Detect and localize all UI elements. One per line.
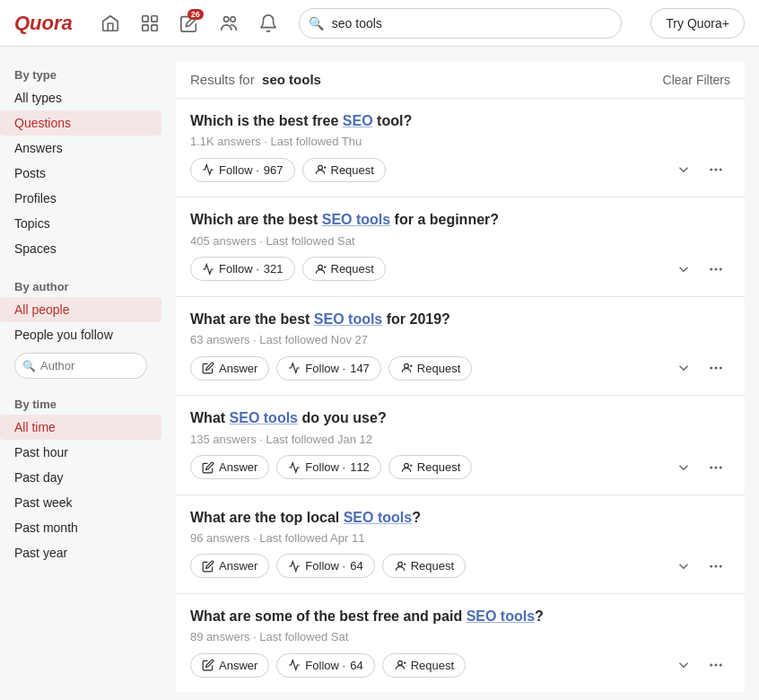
question-title[interactable]: What SEO tools do you use?: [190, 408, 730, 428]
more-button[interactable]: [702, 552, 730, 581]
question-actions: Follow · 321 Request: [190, 255, 730, 284]
answer-button[interactable]: Answer: [190, 653, 269, 678]
follow-button[interactable]: Follow · 112: [276, 455, 381, 479]
question-actions: Answer Follow · 64 Request: [190, 552, 730, 581]
more-button[interactable]: [702, 255, 730, 284]
request-button[interactable]: Request: [388, 356, 472, 381]
question-title[interactable]: What are the top local SEO tools?: [190, 508, 730, 528]
sidebar-item-posts[interactable]: Posts: [0, 161, 161, 186]
request-icon: [314, 163, 327, 176]
nav-icons: 26: [94, 7, 284, 39]
follow-icon: [288, 362, 301, 374]
home-button[interactable]: [94, 7, 126, 39]
question-card: What SEO tools do you use? 135 answers ·…: [176, 396, 745, 494]
answer-button[interactable]: Answer: [190, 554, 269, 578]
follow-icon: [202, 163, 214, 176]
groups-button[interactable]: [213, 7, 245, 39]
more-button[interactable]: [702, 155, 730, 184]
more-button[interactable]: [702, 354, 730, 382]
downvote-button[interactable]: [669, 354, 698, 382]
edit-badge: 26: [188, 9, 204, 20]
answer-button[interactable]: Answer: [190, 356, 269, 381]
sidebar-item-past-week[interactable]: Past week: [0, 490, 161, 515]
sidebar-item-all-types[interactable]: All types: [0, 85, 161, 110]
follow-button[interactable]: Follow · 321: [190, 257, 295, 281]
more-icon: [708, 360, 724, 376]
request-button[interactable]: Request: [302, 257, 386, 281]
try-quora-button[interactable]: Try Quora+: [650, 8, 745, 39]
downvote-button[interactable]: [669, 552, 698, 581]
more-icon: [708, 162, 724, 178]
sidebar-item-people-you-follow[interactable]: People you follow: [0, 322, 161, 347]
svg-point-34: [715, 564, 718, 567]
more-button[interactable]: [702, 651, 730, 679]
svg-point-17: [720, 267, 722, 270]
clear-filters-button[interactable]: Clear Filters: [663, 73, 730, 87]
request-button[interactable]: Request: [382, 653, 466, 678]
svg-point-40: [715, 664, 718, 667]
more-icon: [708, 261, 724, 277]
notifications-button[interactable]: [252, 7, 284, 39]
svg-point-41: [720, 664, 722, 667]
question-title[interactable]: Which is the best free SEO tool?: [190, 111, 730, 131]
question-title[interactable]: What are the best SEO tools for 2019?: [190, 310, 730, 329]
svg-rect-2: [143, 24, 148, 30]
answer-icon: [202, 659, 214, 671]
sidebar: By type All types Questions Answers Post…: [0, 61, 161, 700]
by-type-section: By type: [0, 61, 161, 85]
search-bar: 🔍: [299, 8, 622, 39]
downvote-button[interactable]: [669, 453, 698, 482]
edit-button[interactable]: 26: [173, 7, 205, 39]
question-title[interactable]: Which are the best SEO tools for a begin…: [190, 210, 730, 230]
request-button[interactable]: Request: [382, 554, 466, 578]
downvote-button[interactable]: [669, 255, 698, 284]
results-prefix: Results for: [190, 72, 255, 87]
more-button[interactable]: [702, 453, 730, 482]
downvote-icon: [676, 162, 692, 178]
sidebar-item-questions[interactable]: Questions: [0, 110, 161, 136]
sidebar-item-past-year[interactable]: Past year: [0, 540, 161, 565]
svg-point-33: [710, 564, 712, 567]
follow-button[interactable]: Follow · 967: [190, 158, 295, 182]
home-icon: [100, 13, 120, 33]
downvote-button[interactable]: [669, 651, 698, 679]
svg-point-22: [715, 367, 718, 370]
svg-point-24: [405, 463, 409, 468]
follow-button[interactable]: Follow · 64: [276, 653, 374, 678]
feed-button[interactable]: [134, 7, 166, 39]
question-card: Which are the best SEO tools for a begin…: [176, 197, 745, 296]
by-time-section: By time: [0, 390, 161, 415]
request-button[interactable]: Request: [302, 158, 386, 182]
answer-icon: [202, 560, 214, 573]
request-button[interactable]: Request: [388, 455, 472, 479]
follow-button[interactable]: Follow · 147: [276, 356, 381, 381]
sidebar-item-spaces[interactable]: Spaces: [0, 236, 161, 261]
sidebar-item-past-hour[interactable]: Past hour: [0, 440, 161, 465]
sidebar-item-past-month[interactable]: Past month: [0, 515, 161, 540]
question-actions: Answer Follow · 147 Request: [190, 354, 730, 382]
question-card: What are the top local SEO tools? 96 ans…: [176, 495, 745, 594]
svg-point-12: [318, 265, 322, 269]
quora-logo[interactable]: Quora: [14, 12, 73, 35]
answer-button[interactable]: Answer: [190, 455, 269, 479]
question-title[interactable]: What are some of the best free and paid …: [190, 607, 730, 626]
svg-point-4: [223, 16, 229, 22]
follow-icon: [202, 263, 214, 276]
sidebar-item-topics[interactable]: Topics: [0, 211, 161, 236]
sidebar-item-all-time[interactable]: All time: [0, 415, 161, 440]
svg-point-29: [720, 466, 722, 468]
svg-rect-3: [152, 24, 157, 30]
author-search-input[interactable]: [14, 353, 147, 379]
downvote-icon: [676, 558, 692, 574]
downvote-button[interactable]: [669, 155, 698, 184]
request-icon: [400, 362, 413, 374]
sidebar-item-past-day[interactable]: Past day: [0, 465, 161, 490]
sidebar-item-all-people[interactable]: All people: [0, 297, 161, 322]
sidebar-item-profiles[interactable]: Profiles: [0, 186, 161, 211]
sidebar-item-answers[interactable]: Answers: [0, 136, 161, 161]
question-meta: 1.1K answers · Last followed Thu: [190, 135, 730, 148]
more-icon: [708, 558, 724, 574]
svg-rect-1: [152, 15, 157, 21]
search-input[interactable]: [299, 8, 622, 39]
follow-button[interactable]: Follow · 64: [276, 554, 374, 578]
